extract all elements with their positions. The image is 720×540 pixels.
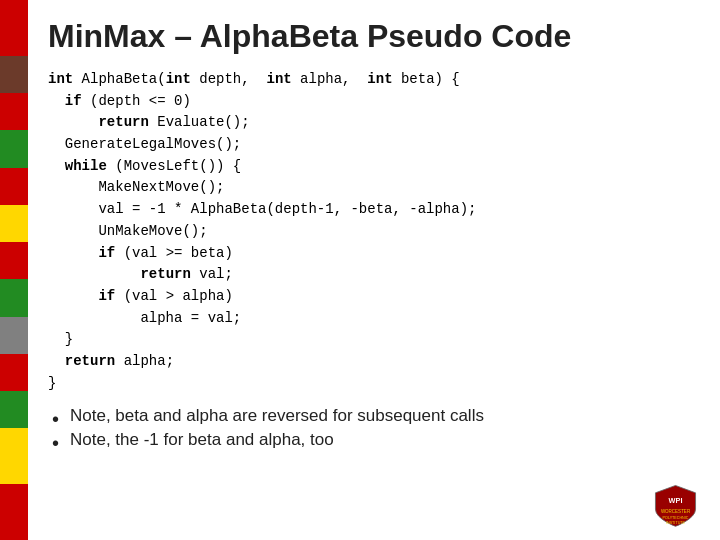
svg-text:INSTITUTE: INSTITUTE [666, 520, 686, 524]
bullet-item-1: Note, beta and alpha are reversed for su… [48, 406, 700, 426]
bullet-item-2: Note, the -1 for beta and alpha, too [48, 430, 700, 450]
wpi-logo-area: WPI WORCESTER POLYTECHNIC INSTITUTE [640, 480, 710, 530]
color-bar [0, 0, 28, 540]
wpi-shield-icon: WPI WORCESTER POLYTECHNIC INSTITUTE [648, 483, 703, 528]
svg-text:POLYTECHNIC: POLYTECHNIC [662, 516, 688, 520]
bullet-list: Note, beta and alpha are reversed for su… [48, 406, 700, 450]
svg-text:WPI: WPI [668, 496, 682, 505]
code-block: int AlphaBeta(int depth, int alpha, int … [48, 69, 700, 394]
page-title: MinMax – AlphaBeta Pseudo Code [48, 18, 700, 55]
svg-text:WORCESTER: WORCESTER [660, 509, 690, 514]
slide-content: MinMax – AlphaBeta Pseudo Code int Alpha… [38, 0, 720, 464]
